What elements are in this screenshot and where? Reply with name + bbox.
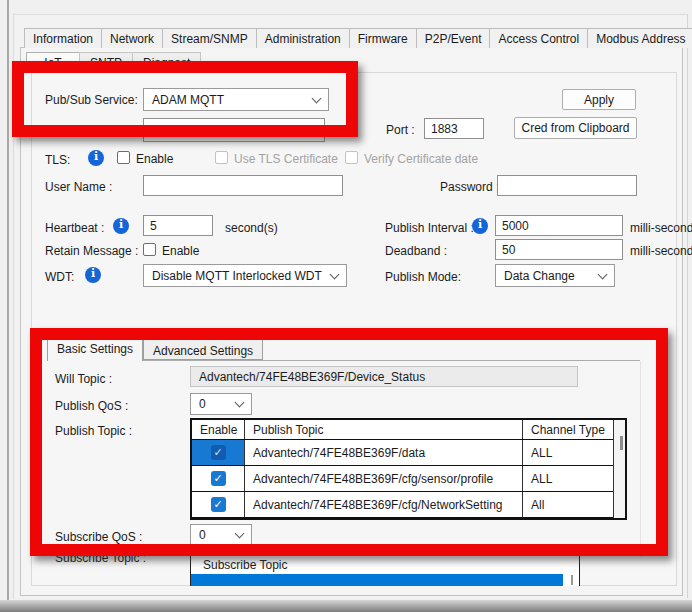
publish-qos-select[interactable]: 0: [190, 393, 252, 415]
password-label: Password :: [440, 180, 499, 194]
header-channel-type: Channel Type: [523, 420, 613, 439]
checked-checkbox-icon[interactable]: [211, 497, 226, 512]
enable-cell[interactable]: [192, 440, 245, 465]
table-row[interactable]: Advantech/74FE48BE369F/dataALL: [192, 440, 613, 466]
channel-type-cell: ALL: [523, 466, 613, 491]
wdt-info-icon[interactable]: [85, 267, 101, 283]
tab-stream-snmp[interactable]: Stream/SNMP: [162, 28, 257, 48]
channel-type-cell: All: [523, 492, 613, 517]
chevron-down-icon: [312, 93, 322, 103]
subtab-iot[interactable]: IoT: [26, 52, 80, 72]
table-vertical-scrollbar[interactable]: [613, 420, 625, 518]
channel-type-cell: All: [523, 518, 613, 520]
publish-mode-label: Publish Mode:: [385, 270, 461, 284]
tab-information[interactable]: Information: [24, 28, 102, 48]
tls-info-icon[interactable]: [88, 150, 104, 166]
subscribe-qos-value: 0: [199, 528, 206, 542]
publish-interval-info-icon[interactable]: [472, 218, 488, 234]
retain-enable-checkbox[interactable]: [143, 243, 156, 256]
pubsub-service-select[interactable]: ADAM MQTT: [143, 88, 329, 111]
publish-interval-unit: milli-second(s): [630, 221, 692, 235]
apply-button[interactable]: Apply: [562, 89, 636, 110]
tab-modbus-address[interactable]: Modbus Address: [587, 28, 692, 48]
header-enable: Enable: [192, 420, 245, 439]
retain-message-label: Retain Message :: [45, 244, 138, 258]
table-row[interactable]: Advantech/74FE48BE369F/hybrid/WizardSett…: [192, 518, 613, 520]
tab-basic-settings[interactable]: Basic Settings: [47, 337, 143, 361]
window-left-edge: [7, 0, 9, 612]
verify-certificate-checkbox: [345, 151, 358, 164]
publish-topic-cell: Advantech/74FE48BE369F/hybrid/WizardSett…: [245, 518, 523, 520]
publish-topic-table: Enable Publish Topic Channel Type Advant…: [190, 418, 627, 520]
username-input[interactable]: [143, 175, 343, 196]
retain-enable-label: Enable: [162, 244, 199, 258]
enable-cell[interactable]: [192, 518, 245, 520]
publish-table-body: Advantech/74FE48BE369F/dataALLAdvantech/…: [192, 440, 613, 520]
publish-qos-label: Publish QoS :: [55, 399, 128, 413]
subtab-sntp[interactable]: SNTP: [79, 52, 133, 72]
host-input[interactable]: [143, 118, 325, 142]
app-window: InformationNetworkStream/SNMPAdministrat…: [0, 0, 692, 612]
header-publish-topic: Publish Topic: [245, 420, 523, 439]
main-tabbar: InformationNetworkStream/SNMPAdministrat…: [24, 23, 692, 48]
window-bottom-edge: [0, 600, 692, 612]
tab-network[interactable]: Network: [101, 28, 163, 48]
publish-interval-input[interactable]: [495, 215, 623, 236]
heartbeat-input[interactable]: [143, 215, 213, 236]
tls-enable-checkbox[interactable]: [117, 151, 130, 164]
tls-enable-label: Enable: [136, 152, 173, 166]
heartbeat-info-icon[interactable]: [113, 218, 129, 234]
use-tls-certificate-label: Use TLS Certificate: [234, 152, 338, 166]
publish-mode-value: Data Change: [504, 269, 575, 283]
tab-administration[interactable]: Administration: [256, 28, 350, 48]
sub-tabbar: IoTSNTPDiagnost: [26, 52, 200, 72]
deadband-label: Deadband :: [385, 244, 447, 258]
username-label: User Name :: [45, 180, 112, 194]
subscribe-horizontal-scrollbar[interactable]: [191, 574, 563, 586]
cred-from-clipboard-button[interactable]: Cred from Clipboard: [514, 117, 637, 139]
deadband-input[interactable]: [495, 239, 623, 260]
subscribe-topic-label: Subscribe Topic :: [55, 551, 146, 565]
password-input[interactable]: [497, 175, 637, 196]
will-topic-label: Will Topic :: [55, 372, 112, 386]
pubsub-service-label: Pub/Sub Service:: [45, 93, 138, 107]
checked-checkbox-icon[interactable]: [211, 471, 226, 486]
wdt-select[interactable]: Disable MQTT Interlocked WDT: [143, 264, 347, 287]
publish-topic-label: Publish Topic :: [55, 424, 132, 438]
port-label: Port :: [386, 123, 415, 137]
tab-firmware[interactable]: Firmware: [349, 28, 417, 48]
subscribe-qos-select[interactable]: 0: [190, 524, 252, 546]
chevron-down-icon: [598, 269, 608, 279]
table-row[interactable]: Advantech/74FE48BE369F/cfg/NetworkSettin…: [192, 492, 613, 518]
tls-label: TLS:: [45, 153, 70, 167]
publish-mode-select[interactable]: Data Change: [495, 264, 615, 287]
table-row[interactable]: Advantech/74FE48BE369F/cfg/sensor/profil…: [192, 466, 613, 492]
checked-checkbox-icon[interactable]: [211, 445, 226, 460]
subtab-diagnost[interactable]: Diagnost: [132, 52, 201, 72]
verify-certificate-label: Verify Certificate date: [364, 152, 478, 166]
settings-panel-right-border: [640, 361, 641, 557]
subscribe-list-header: Subscribe Topic: [191, 552, 579, 572]
table-scrollbar-thumb[interactable]: [620, 436, 623, 450]
subscribe-qos-label: Subscribe QoS :: [55, 530, 142, 544]
chevron-down-icon: [330, 269, 340, 279]
will-topic-field: Advantech/74FE48BE369F/Device_Status: [190, 366, 578, 387]
port-input[interactable]: [424, 118, 484, 139]
heartbeat-label: Heartbeat :: [45, 221, 104, 235]
heartbeat-unit: second(s): [225, 221, 278, 235]
subscribe-scrollbar-gutter: [571, 575, 573, 585]
tab-advanced-settings[interactable]: Advanced Settings: [143, 339, 263, 360]
publish-qos-value: 0: [199, 397, 206, 411]
chevron-down-icon: [235, 398, 245, 408]
chevron-down-icon: [235, 529, 245, 539]
enable-cell[interactable]: [192, 466, 245, 491]
enable-cell[interactable]: [192, 492, 245, 517]
tab-p2p-event[interactable]: P2P/Event: [416, 28, 491, 48]
publish-topic-table-main: Enable Publish Topic Channel Type Advant…: [192, 420, 613, 518]
publish-topic-cell: Advantech/74FE48BE369F/data: [245, 440, 523, 465]
deadband-unit: milli-second(s): [630, 244, 692, 258]
use-tls-certificate-checkbox: [215, 151, 228, 164]
publish-interval-label: Publish Interval :: [385, 221, 474, 235]
tab-access-control[interactable]: Access Control: [489, 28, 588, 48]
wdt-value: Disable MQTT Interlocked WDT: [152, 269, 322, 283]
